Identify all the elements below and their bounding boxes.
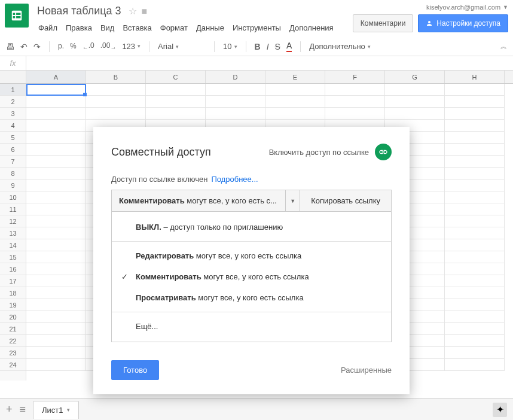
cell[interactable]	[265, 96, 325, 108]
cell[interactable]	[26, 227, 86, 239]
cell[interactable]	[445, 251, 505, 263]
row-header[interactable]: 19	[0, 299, 26, 311]
row-header[interactable]: 24	[0, 359, 26, 371]
font-size-select[interactable]: 10▾	[223, 42, 237, 51]
strike-icon[interactable]: S	[275, 42, 280, 51]
cell[interactable]	[26, 156, 86, 168]
all-sheets-icon[interactable]: ≡	[20, 403, 26, 416]
cell[interactable]	[206, 96, 265, 108]
cell[interactable]	[26, 168, 86, 179]
row-header[interactable]: 10	[0, 191, 26, 203]
cell[interactable]	[445, 156, 505, 168]
row-header[interactable]: 14	[0, 239, 26, 251]
row-header[interactable]: 2	[0, 96, 26, 108]
cell[interactable]	[385, 108, 445, 120]
row-header[interactable]: 7	[0, 156, 26, 168]
copy-link-button[interactable]: Копировать ссылку	[300, 190, 391, 211]
cell[interactable]	[26, 239, 86, 251]
row-header[interactable]: 12	[0, 215, 26, 227]
cell[interactable]	[445, 275, 505, 287]
row-header[interactable]: 11	[0, 203, 26, 215]
cell[interactable]	[26, 179, 86, 191]
row-header[interactable]: 4	[0, 120, 26, 132]
cell[interactable]	[86, 84, 146, 96]
cell[interactable]	[445, 120, 505, 132]
column-header[interactable]: A	[26, 71, 86, 83]
cell[interactable]	[26, 275, 86, 287]
comments-button[interactable]: Комментарии	[353, 14, 414, 32]
user-email[interactable]: kiselyov.arch@gmail.com▼	[426, 4, 508, 11]
link-sharing-toggle[interactable]: Включить доступ по ссылке	[269, 144, 392, 160]
row-header[interactable]: 22	[0, 335, 26, 347]
cell[interactable]	[86, 96, 146, 108]
percent-format[interactable]: %	[70, 42, 77, 50]
cell[interactable]	[206, 108, 265, 120]
cell[interactable]	[265, 84, 325, 96]
column-header[interactable]: E	[265, 71, 325, 83]
row-header[interactable]: 5	[0, 132, 26, 144]
cell[interactable]	[26, 108, 86, 120]
permission-caret[interactable]: ▼	[286, 190, 300, 211]
cell[interactable]	[445, 179, 505, 191]
cell[interactable]	[26, 84, 86, 96]
option-edit[interactable]: Редактировать могут все, у кого есть ссы…	[112, 245, 391, 266]
cell[interactable]	[146, 108, 206, 120]
menu-tools[interactable]: Инструменты	[229, 21, 285, 35]
column-header[interactable]: H	[445, 71, 505, 83]
cell[interactable]	[445, 203, 505, 215]
row-header[interactable]: 21	[0, 323, 26, 335]
cell[interactable]	[26, 263, 86, 275]
row-header[interactable]: 3	[0, 108, 26, 120]
cell[interactable]	[26, 96, 86, 108]
add-sheet-icon[interactable]: +	[6, 403, 13, 416]
learn-more-link[interactable]: Подробнее...	[211, 175, 258, 184]
more-formatting[interactable]: Дополнительно▾	[309, 42, 371, 51]
column-header[interactable]: B	[86, 71, 146, 83]
cell[interactable]	[26, 203, 86, 215]
cell[interactable]	[445, 227, 505, 239]
cell[interactable]	[445, 144, 505, 156]
explore-button[interactable]: ✦	[493, 403, 507, 417]
cell[interactable]	[445, 263, 505, 275]
cell[interactable]	[26, 323, 86, 335]
decimal-increase[interactable]: .00→	[100, 41, 117, 51]
cell[interactable]	[26, 215, 86, 227]
row-header[interactable]: 6	[0, 144, 26, 156]
cell[interactable]	[445, 132, 505, 144]
cell[interactable]	[325, 84, 385, 96]
option-comment[interactable]: Комментировать могут все, у кого есть сс…	[112, 266, 391, 287]
cell[interactable]	[445, 311, 505, 323]
folder-icon[interactable]: ■	[142, 6, 148, 17]
option-view[interactable]: Просматривать могут все, у кого есть ссы…	[112, 287, 391, 308]
row-header[interactable]: 9	[0, 179, 26, 191]
doc-title[interactable]: Новая таблица 3	[35, 4, 124, 19]
menu-addons[interactable]: Дополнения	[286, 21, 337, 35]
cell[interactable]	[26, 144, 86, 156]
cell[interactable]	[325, 108, 385, 120]
undo-icon[interactable]: ↶	[20, 42, 28, 51]
cell[interactable]	[445, 96, 505, 108]
formula-input[interactable]	[26, 56, 513, 70]
select-all-corner[interactable]	[0, 71, 26, 84]
column-header[interactable]: D	[206, 71, 265, 83]
cell[interactable]	[445, 215, 505, 227]
cell[interactable]	[265, 108, 325, 120]
cell[interactable]	[86, 108, 146, 120]
cell[interactable]	[26, 191, 86, 203]
done-button[interactable]: Готово	[111, 360, 159, 380]
star-icon[interactable]: ☆	[129, 5, 137, 17]
cell[interactable]	[385, 84, 445, 96]
cell[interactable]	[26, 120, 86, 132]
menu-data[interactable]: Данные	[193, 21, 228, 35]
bold-icon[interactable]: B	[255, 42, 261, 51]
cell[interactable]	[445, 287, 505, 299]
row-header[interactable]: 1	[0, 84, 26, 96]
italic-icon[interactable]: I	[267, 42, 269, 51]
menu-file[interactable]: Файл	[35, 21, 61, 35]
row-header[interactable]: 17	[0, 275, 26, 287]
column-header[interactable]: F	[325, 71, 385, 83]
cell[interactable]	[206, 84, 265, 96]
cell[interactable]	[325, 96, 385, 108]
column-header[interactable]: G	[385, 71, 445, 83]
redo-icon[interactable]: ↷	[33, 42, 41, 51]
